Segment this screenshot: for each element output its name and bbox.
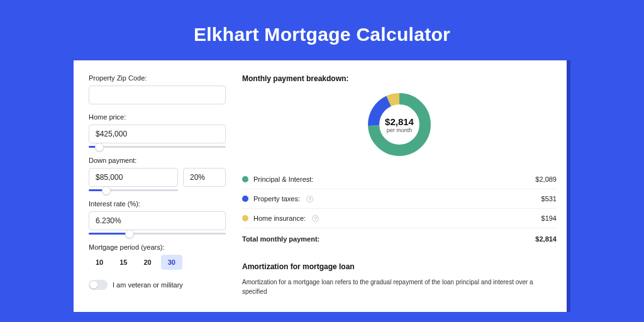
veteran-toggle-knob (90, 281, 97, 289)
zip-field: Property Zip Code: (89, 74, 238, 104)
down-payment-field: Down payment: $85,000 20% (89, 157, 238, 191)
interest-rate-slider-fill (89, 233, 130, 235)
legend-label: Principal & Interest: (253, 175, 313, 183)
veteran-toggle-label: I am veteran or military (113, 281, 183, 289)
zip-input[interactable] (89, 86, 226, 104)
legend-value: $194 (541, 214, 557, 222)
interest-rate-slider[interactable] (89, 233, 226, 235)
interest-rate-input[interactable]: 6.230% (89, 211, 226, 230)
breakdown-panel: Monthly payment breakdown: $2,814 per mo… (238, 60, 570, 296)
interest-rate-slider-thumb[interactable] (125, 230, 134, 238)
veteran-toggle-row: I am veteran or military (89, 280, 238, 290)
breakdown-title: Monthly payment breakdown: (242, 74, 557, 83)
down-payment-label: Down payment: (89, 157, 238, 164)
legend-label: Property taxes: (253, 195, 300, 203)
amortization-text: Amortization for a mortgage loan refers … (242, 277, 557, 296)
dot-icon (242, 176, 248, 182)
home-price-slider-thumb[interactable] (95, 143, 104, 152)
dot-icon (242, 196, 248, 202)
period-option-10[interactable]: 10 (89, 255, 110, 270)
period-option-15[interactable]: 15 (113, 255, 134, 270)
form-panel: Property Zip Code: Home price: $425,000 … (74, 60, 238, 296)
amortization-section: Amortization for mortgage loan Amortizat… (242, 262, 557, 296)
mortgage-period-label: Mortgage period (years): (89, 243, 238, 251)
legend-total-value: $2,814 (535, 235, 557, 243)
dot-icon (242, 215, 248, 221)
donut-center-amount: $2,814 (385, 116, 414, 127)
interest-rate-field: Interest rate (%): 6.230% (89, 200, 238, 235)
donut-chart: $2,814 per month (365, 91, 433, 158)
donut-center: $2,814 per month (365, 91, 433, 158)
info-icon[interactable]: ? (312, 215, 319, 222)
legend-value: $2,089 (535, 175, 557, 183)
legend-row-total: Total monthly payment: $2,814 (242, 228, 557, 248)
card-shadow (567, 60, 570, 312)
home-price-label: Home price: (89, 113, 238, 121)
period-option-20[interactable]: 20 (137, 255, 158, 270)
legend-row-taxes: Property taxes: ? $531 (242, 189, 557, 209)
home-price-slider[interactable] (89, 146, 226, 148)
page-title: Elkhart Mortgage Calculator (0, 0, 644, 60)
legend-value: $531 (541, 195, 557, 203)
down-payment-percent-input[interactable]: 20% (183, 168, 226, 187)
mortgage-period-options: 10 15 20 30 (89, 255, 238, 270)
down-payment-slider-thumb[interactable] (102, 186, 111, 195)
down-payment-slider[interactable] (89, 189, 178, 191)
mortgage-period-field: Mortgage period (years): 10 15 20 30 (89, 243, 238, 270)
home-price-field: Home price: $425,000 (89, 113, 238, 148)
veteran-toggle[interactable] (89, 280, 108, 290)
legend-total-label: Total monthly payment: (242, 235, 319, 243)
legend-label: Home insurance: (253, 214, 306, 222)
zip-label: Property Zip Code: (89, 74, 238, 82)
period-option-30[interactable]: 30 (161, 255, 182, 270)
info-icon[interactable]: ? (306, 196, 313, 203)
donut-chart-wrap: $2,814 per month (242, 91, 557, 158)
home-price-input[interactable]: $425,000 (89, 125, 226, 143)
down-payment-amount-input[interactable]: $85,000 (89, 168, 178, 187)
interest-rate-label: Interest rate (%): (89, 200, 238, 208)
amortization-title: Amortization for mortgage loan (242, 262, 557, 271)
donut-center-sub: per month (387, 127, 413, 133)
legend-row-principal: Principal & Interest: $2,089 (242, 170, 557, 189)
legend-row-insurance: Home insurance: ? $194 (242, 209, 557, 228)
calculator-card: Property Zip Code: Home price: $425,000 … (74, 60, 570, 312)
